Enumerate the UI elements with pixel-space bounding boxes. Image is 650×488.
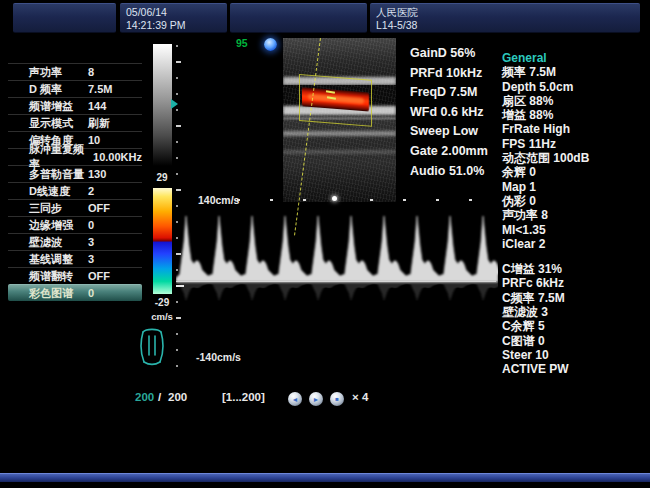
- right-param-line: 伪彩 0: [502, 194, 646, 208]
- parameter-row[interactable]: 壁滤波3: [8, 233, 142, 250]
- right-param-line: 动态范围 100dB: [502, 151, 646, 165]
- parameter-row[interactable]: D 频率7.5M: [8, 80, 142, 97]
- parameter-row[interactable]: 声功率8: [8, 63, 142, 80]
- focus-marker-icon[interactable]: [171, 99, 178, 109]
- doppler-param-line: Audio 51.0%: [410, 162, 488, 182]
- parameter-row[interactable]: D线速度2: [8, 182, 142, 199]
- parameter-row[interactable]: 脉冲重复频率10.00KHz: [8, 148, 142, 165]
- parameter-row[interactable]: 基线调整3: [8, 250, 142, 267]
- blue-indicator-dot: [264, 38, 277, 51]
- right-param-line: 增益 88%: [502, 108, 646, 122]
- right-param-line: MI<1.35: [502, 223, 646, 237]
- right-param-line: C图谱 0: [502, 334, 646, 348]
- velocity-label-bottom: -140cm/s: [196, 351, 241, 363]
- right-param-line: FrRate High: [502, 122, 646, 136]
- gain-badge: 95: [236, 37, 248, 49]
- right-param-line: 余辉 0: [502, 165, 646, 179]
- header-box-middle: [230, 3, 367, 33]
- color-params-block: C增益 31% PRFc 6kHz C频率 7.5M 壁滤波 3 C余辉 5 C…: [502, 262, 646, 376]
- cine-prev-button[interactable]: ◄: [288, 392, 302, 406]
- parameter-row[interactable]: 频谱翻转OFF: [8, 267, 142, 284]
- right-param-line: Depth 5.0cm: [502, 80, 646, 94]
- color-scale-unit: cm/s: [146, 311, 178, 322]
- frame-separator: /: [158, 391, 161, 407]
- play-icon: ►: [313, 396, 320, 403]
- right-param-line: Steer 10: [502, 348, 646, 362]
- cine-stop-button[interactable]: ■: [330, 392, 344, 406]
- right-param-line: 频率 7.5M: [502, 65, 646, 79]
- datetime-box: 05/06/14 14:21:39 PM: [120, 3, 227, 33]
- frame-range: [1...200]: [222, 391, 265, 407]
- parameter-row[interactable]: 边缘增强0: [8, 216, 142, 233]
- total-frames: 200: [168, 391, 187, 407]
- color-doppler-scale-bar: [153, 188, 172, 294]
- right-param-line: C余辉 5: [502, 319, 646, 333]
- spectral-baseline: [176, 281, 496, 282]
- cine-play-button[interactable]: ►: [309, 392, 323, 406]
- color-scale-min: -29: [147, 297, 177, 308]
- section-title: General: [502, 51, 646, 65]
- parameter-row-selected[interactable]: 彩色图谱0: [8, 284, 142, 301]
- doppler-param-line: Sweep Low: [410, 122, 488, 142]
- parameter-row[interactable]: 频谱增益144: [8, 97, 142, 114]
- doppler-param-line: FreqD 7.5M: [410, 83, 488, 103]
- right-param-line: Map 1: [502, 180, 646, 194]
- hospital-box: 人民医院 L14-5/38: [370, 3, 640, 33]
- right-param-line: 壁滤波 3: [502, 305, 646, 319]
- right-param-line: 扇区 88%: [502, 94, 646, 108]
- time-text: 14:21:39 PM: [126, 19, 227, 32]
- doppler-param-line: WFd 0.6 kHz: [410, 103, 488, 123]
- right-parameter-panel: General 频率 7.5M Depth 5.0cm 扇区 88% 增益 88…: [502, 51, 646, 377]
- current-frame: 200: [135, 391, 154, 407]
- bottom-taskbar: [0, 473, 650, 482]
- parameter-row[interactable]: 三同步OFF: [8, 199, 142, 216]
- header-box-left: [13, 3, 116, 33]
- grayscale-bar: [153, 44, 172, 166]
- bmode-image: [283, 38, 396, 202]
- doppler-params-list: GainD 56% PRFd 10kHz FreqD 7.5M WFd 0.6 …: [410, 44, 488, 181]
- doppler-param-line: PRFd 10kHz: [410, 64, 488, 84]
- parameter-row[interactable]: 显示模式刷新: [8, 114, 142, 131]
- spectral-waveform: [176, 200, 498, 360]
- date-text: 05/06/14: [126, 6, 227, 19]
- body-marker-icon: [138, 325, 166, 367]
- ultrasound-screen: 05/06/14 14:21:39 PM 人民医院 L14-5/38 声功率8 …: [0, 0, 650, 488]
- right-param-line: C增益 31%: [502, 262, 646, 276]
- right-param-line: FPS 11Hz: [502, 137, 646, 151]
- right-param-line: iClear 2: [502, 237, 646, 251]
- right-param-line: PRFc 6kHz: [502, 276, 646, 290]
- probe-model: L14-5/38: [376, 19, 640, 32]
- prev-frame-icon: ◄: [292, 396, 299, 403]
- right-param-line: C频率 7.5M: [502, 291, 646, 305]
- hospital-name: 人民医院: [376, 6, 640, 19]
- doppler-param-line: GainD 56%: [410, 44, 488, 64]
- right-param-line: ACTIVE PW: [502, 362, 646, 376]
- left-parameter-panel: 声功率8 D 频率7.5M 频谱增益144 显示模式刷新 偏转角度10 脉冲重复…: [8, 63, 142, 301]
- stop-icon: ■: [335, 396, 339, 402]
- parameter-row[interactable]: 多普勒音量130: [8, 165, 142, 182]
- doppler-param-line: Gate 2.00mm: [410, 142, 488, 162]
- cine-speed: × 4: [352, 391, 368, 407]
- color-scale-max: 29: [150, 172, 174, 183]
- right-param-line: 声功率 8: [502, 208, 646, 222]
